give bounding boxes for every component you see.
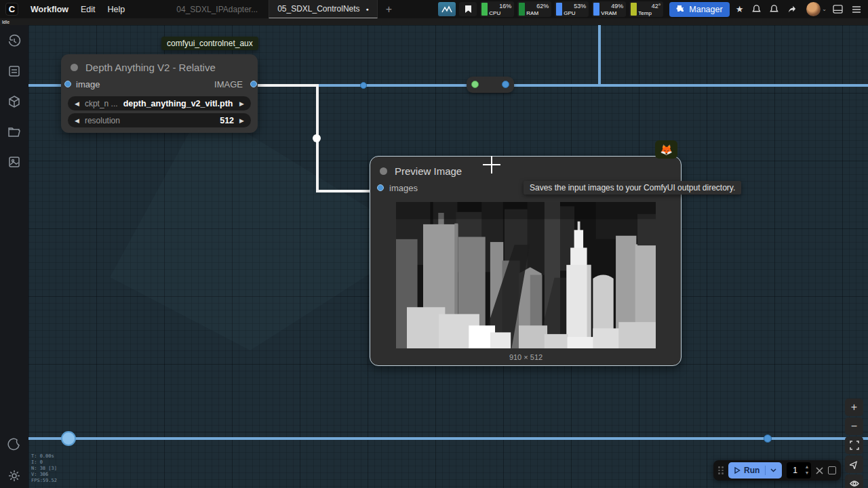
next-arrow-icon[interactable]: ▶	[239, 117, 244, 124]
resolution-widget-label: resolution	[85, 116, 120, 125]
zoom-out-button[interactable]: −	[845, 418, 863, 435]
user-avatar	[806, 2, 821, 16]
share-icon[interactable]	[785, 5, 799, 14]
system-monitor-icon[interactable]	[438, 2, 456, 16]
notification-bell-icon-2[interactable]	[767, 5, 781, 14]
link-vertical-top	[598, 25, 601, 87]
left-sidebar	[0, 25, 28, 488]
link-midpoint-dot[interactable]	[360, 82, 367, 89]
menu-help[interactable]: Help	[108, 5, 125, 14]
vram-bar	[593, 3, 599, 16]
node-tooltip: Saves the input images to your ComfyUI o…	[524, 181, 741, 195]
prev-arrow-icon[interactable]: ◀	[75, 100, 79, 107]
ram-value: 62%	[536, 3, 549, 9]
run-divider	[765, 466, 766, 475]
image-input-label: image	[76, 79, 100, 89]
menu-workflow[interactable]: Workflow	[31, 5, 68, 14]
ckpt-widget-value: depth_anything_v2_vitl.pth	[123, 99, 239, 108]
depth-anything-node[interactable]: Depth Anything V2 - Relative image IMAGE…	[61, 54, 258, 133]
stat-temp: Temp 42°	[629, 1, 663, 17]
ckpt-name-widget[interactable]: ◀ ckpt_n ... depth_anything_v2_vitl.pth …	[68, 96, 251, 110]
gpu-bar	[556, 3, 562, 16]
user-menu[interactable]: ⌄	[806, 2, 827, 16]
batch-count-input[interactable]: 1 ▲▼	[787, 462, 811, 479]
topbar-right-cluster: CPU 16% RAM 62% GPU 53% VRAM 49% Temp 42…	[438, 0, 864, 18]
bookmark-icon[interactable]	[459, 2, 477, 16]
manager-button[interactable]: Manager	[669, 2, 729, 17]
fit-view-button[interactable]	[845, 436, 863, 454]
status-strip: Idle	[0, 18, 868, 25]
new-tab-button[interactable]: +	[378, 0, 400, 18]
next-arrow-icon[interactable]: ▶	[239, 100, 244, 107]
reroute-input-dot[interactable]	[471, 81, 479, 88]
image-output-label: IMAGE	[214, 79, 243, 89]
node-graph-canvas[interactable]: comfyui_controlnet_aux Depth Anything V2…	[28, 25, 868, 488]
workflows-folder-icon[interactable]	[7, 125, 21, 139]
run-options-chevron-icon[interactable]	[770, 468, 776, 472]
cpu-value: 16%	[499, 3, 511, 9]
perf-fps: FPS:59.52	[31, 478, 57, 484]
stat-vram: VRAM 49%	[592, 1, 626, 17]
stat-gpu: GPU 53%	[555, 1, 589, 17]
model-library-icon[interactable]	[7, 95, 21, 108]
zoom-in-button[interactable]: +	[845, 399, 863, 416]
status-text: Idle	[2, 20, 9, 24]
bottom-panel-icon[interactable]	[830, 5, 846, 14]
gallery-icon[interactable]	[7, 155, 21, 169]
perf-overlay: T: 0.00s I: 0 N: 38 [3] V: 306 FPS:59.52	[31, 453, 57, 484]
node-title-row[interactable]: Depth Anything V2 - Relative	[61, 54, 258, 77]
depth-preview-image[interactable]	[396, 202, 656, 348]
reroute-node[interactable]	[467, 77, 514, 93]
settings-gear-icon[interactable]	[7, 469, 20, 481]
gpu-value: 53%	[574, 3, 586, 9]
resolution-widget[interactable]: ◀ resolution 512 ▶	[68, 113, 251, 127]
fox-emoji-badge: 🦊	[655, 140, 677, 159]
comfyui-logo[interactable]: C	[5, 3, 18, 16]
menu-edit[interactable]: Edit	[81, 5, 96, 14]
stat-ram: RAM 62%	[517, 1, 551, 17]
bottom-link-midpoint-dot[interactable]	[764, 434, 772, 443]
stat-cpu: CPU 16%	[480, 1, 514, 17]
node-title: Preview Image	[395, 165, 462, 177]
puzzle-icon	[676, 5, 685, 14]
image-output-port[interactable]	[250, 81, 257, 87]
node-library-icon[interactable]	[7, 64, 21, 78]
star-icon[interactable]: ★	[733, 4, 747, 14]
select-cursor-button[interactable]	[845, 455, 863, 473]
tab-label: 05_SDXL_ControlNets	[277, 4, 359, 14]
drag-handle[interactable]	[718, 466, 724, 474]
notification-bell-icon-1[interactable]	[749, 5, 764, 14]
cpu-label: CPU	[489, 10, 500, 16]
toggle-links-eye-button[interactable]	[845, 474, 863, 488]
white-link-midpoint-dot[interactable]	[313, 134, 321, 142]
clear-queue-x-icon[interactable]	[816, 467, 823, 474]
unsaved-dot-icon: ●	[366, 7, 369, 12]
bottom-link-reroute-dot-large[interactable]	[61, 431, 76, 446]
reroute-output-dot[interactable]	[502, 81, 509, 88]
temp-bar	[631, 3, 637, 16]
slot-row: image IMAGE	[61, 77, 258, 94]
top-menu-bar: C Workflow Edit Help 04_SDXL_IPAdapter..…	[0, 0, 868, 18]
stop-button[interactable]	[828, 466, 836, 474]
perf-nodes: N: 38 [3]	[31, 466, 57, 472]
node-title-row[interactable]: Preview Image	[370, 157, 681, 181]
run-button[interactable]: Run	[728, 462, 782, 479]
vram-value: 49%	[611, 3, 623, 9]
tab-05-sdxl-controlnets[interactable]: 05_SDXL_ControlNets ●	[269, 0, 378, 18]
images-input-port[interactable]	[377, 184, 384, 191]
crosshair-cursor	[483, 156, 500, 174]
history-queue-icon[interactable]	[7, 35, 21, 48]
prev-arrow-icon[interactable]: ◀	[75, 117, 79, 124]
image-input-port[interactable]	[64, 81, 71, 87]
tab-04-sdxl-ipadapter[interactable]: 04_SDXL_IPAdapter...	[165, 0, 269, 18]
depth-map-render	[396, 202, 656, 348]
batch-stepper[interactable]: ▲▼	[804, 464, 809, 476]
perf-time: T: 0.00s	[31, 453, 57, 460]
ram-label: RAM	[526, 10, 538, 16]
theme-moon-icon[interactable]	[7, 438, 21, 451]
node-source-badge: comfyui_controlnet_aux	[161, 37, 258, 50]
batch-count-value: 1	[793, 466, 797, 475]
run-label: Run	[744, 466, 760, 475]
temp-value: 42°	[652, 3, 661, 9]
hamburger-menu-icon[interactable]	[849, 5, 864, 14]
